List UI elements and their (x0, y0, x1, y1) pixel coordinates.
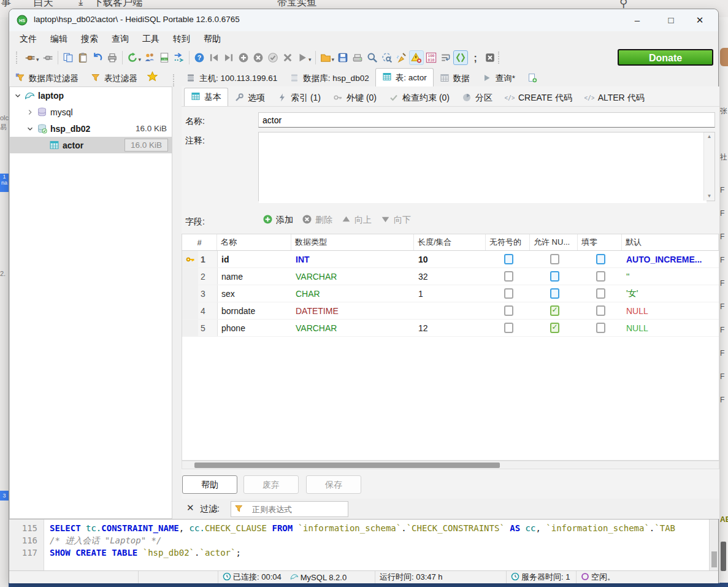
cancel-record-icon[interactable] (251, 50, 266, 65)
allow-null-checkbox[interactable] (550, 271, 559, 282)
tree-item-table-actor[interactable]: actor16.0 KiB (10, 137, 172, 153)
zerofill-checkbox[interactable] (596, 305, 605, 316)
post-record-icon[interactable] (266, 50, 280, 65)
command-line-icon[interactable] (172, 50, 186, 65)
sql-line[interactable]: SELECT tc.CONSTRAINT_NAME, cc.CHECK_CLAU… (50, 523, 675, 535)
print-icon[interactable] (105, 50, 120, 65)
sql-line[interactable]: SHOW CREATE TABLE `hsp_db02`.`actor`; (50, 548, 241, 560)
close-button[interactable]: ✕ (686, 12, 713, 29)
execute-query-icon[interactable] (295, 50, 310, 65)
editor-tab-foreign-keys[interactable]: 外键 (0) (327, 90, 383, 106)
reformat-sql-icon[interactable] (453, 50, 468, 65)
move-down-button[interactable]: 向下 (380, 214, 411, 226)
last-record-icon[interactable] (221, 50, 236, 65)
field-row-name[interactable]: 2nameVARCHAR32'' (182, 268, 719, 285)
main-tab-new-query-tab[interactable] (521, 71, 543, 86)
editor-tab-alter-code[interactable]: </>ALTER 代码 (578, 90, 651, 106)
tree-item-db-mysql[interactable]: mysql (10, 104, 172, 120)
column-header-4[interactable]: 无符号的 (486, 234, 530, 250)
editor-tab-indexes[interactable]: 索引 (1) (271, 90, 327, 106)
vertical-scrollbar[interactable] (709, 520, 718, 571)
editor-tab-create-code[interactable]: </>CREATE 代码 (499, 90, 578, 106)
undo-icon[interactable] (90, 50, 105, 65)
paste-icon[interactable] (75, 50, 90, 65)
first-record-icon[interactable] (207, 50, 221, 65)
scroll-down-icon[interactable]: ▼ (704, 192, 715, 201)
delimiter-icon[interactable]: ; (468, 50, 483, 65)
main-tab-database[interactable]: 数据库: hsp_db02 (283, 71, 375, 86)
horizontal-scrollbar[interactable] (182, 461, 719, 469)
chevron-down-icon[interactable] (26, 125, 34, 133)
zerofill-checkbox[interactable] (596, 288, 605, 299)
add-field-button[interactable]: 添加 (262, 214, 293, 226)
user-manager-icon[interactable] (142, 50, 157, 65)
warnings-icon[interactable] (409, 50, 424, 65)
find-again-icon[interactable] (380, 50, 394, 65)
zerofill-checkbox[interactable] (596, 254, 605, 264)
zerofill-checkbox[interactable] (596, 271, 605, 282)
refresh-icon[interactable] (125, 50, 140, 65)
disconnect-icon[interactable] (40, 50, 55, 65)
unsigned-checkbox[interactable] (504, 271, 513, 282)
discard-button[interactable]: 废弃 (243, 475, 299, 494)
column-header-6[interactable]: 填零 (578, 234, 622, 250)
comment-textarea[interactable] (259, 132, 707, 203)
filter-input[interactable] (231, 501, 348, 517)
unsigned-checkbox[interactable] (504, 323, 513, 333)
main-tab-host[interactable]: 主机: 100.113.199.61 (180, 71, 283, 86)
menu-search[interactable]: 搜索 (74, 32, 105, 47)
scrollbar-thumb[interactable] (194, 462, 500, 468)
scrollbar-thumb[interactable] (711, 551, 717, 567)
table-name-input[interactable] (258, 112, 715, 128)
donate-button[interactable]: Donate (618, 49, 713, 66)
open-file-icon[interactable] (318, 50, 333, 65)
sql-line[interactable]: /* 进入会话 "Laptop" */ (50, 535, 161, 548)
main-tab-query[interactable]: 查询* (476, 71, 521, 86)
field-row-id[interactable]: 1idINT10AUTO_INCREME... (182, 251, 719, 268)
field-row-borndate[interactable]: 4borndateDATETIMENULL (182, 302, 719, 320)
editor-tab-check-constraints[interactable]: 检查约束 (0) (383, 90, 456, 106)
binary-view-icon[interactable]: 100010 (424, 50, 439, 65)
insert-record-icon[interactable] (236, 50, 251, 65)
menu-goto[interactable]: 转到 (166, 32, 197, 47)
allow-null-checkbox[interactable] (550, 305, 559, 316)
wrap-lines-icon[interactable] (439, 50, 453, 65)
help-icon[interactable]: ? (192, 50, 207, 65)
connect-icon[interactable] (23, 50, 37, 65)
close-tab-icon[interactable] (483, 50, 497, 65)
export-grid-icon[interactable]: CSV (157, 50, 172, 65)
column-header-0[interactable]: # (182, 234, 217, 250)
save-file-icon[interactable] (335, 50, 350, 65)
maximize-button[interactable]: □ (657, 12, 684, 29)
column-header-1[interactable]: 名称 (217, 234, 291, 250)
help-button[interactable]: 帮助 (182, 475, 237, 494)
column-header-5[interactable]: 允许 NU... (530, 234, 578, 250)
title-bar[interactable]: HS laptop\hsp_db02\actor\ - HeidiSQL Por… (9, 9, 718, 31)
editor-tab-options[interactable]: 选项 (228, 90, 271, 106)
main-tab-table[interactable]: 表: actor (375, 68, 434, 86)
scroll-up-icon[interactable]: ▲ (704, 132, 715, 141)
chevron-right-icon[interactable] (26, 108, 34, 117)
tree-item-server-laptop[interactable]: laptop (10, 87, 172, 104)
clean-icon[interactable] (394, 50, 409, 65)
editor-tab-basic[interactable]: 基本 (184, 88, 228, 106)
move-up-button[interactable]: 向上 (341, 214, 372, 226)
menu-help[interactable]: 帮助 (197, 32, 228, 47)
table-filter-button[interactable]: 表过滤器 (85, 71, 144, 86)
column-header-3[interactable]: 长度/集合 (414, 234, 486, 250)
menu-tools[interactable]: 工具 (136, 32, 166, 47)
allow-null-checkbox[interactable] (550, 288, 559, 299)
unsigned-checkbox[interactable] (504, 305, 513, 316)
field-row-phone[interactable]: 5phoneVARCHAR12NULL (182, 320, 719, 337)
comment-scrollbar[interactable]: ▲ ▼ (703, 132, 715, 201)
chevron-down-icon[interactable] (13, 91, 22, 100)
filter-close-button[interactable]: ✕ (186, 502, 194, 513)
column-header-7[interactable]: 默认 (622, 234, 719, 250)
unsigned-checkbox[interactable] (504, 254, 513, 264)
remove-field-button[interactable]: 删除 (302, 214, 332, 226)
allow-null-checkbox[interactable] (550, 254, 559, 264)
favorites-star-icon[interactable] (147, 71, 158, 84)
main-tab-data[interactable]: 数据 (434, 71, 476, 86)
export-sql-icon[interactable] (350, 50, 365, 65)
unsigned-checkbox[interactable] (504, 288, 513, 299)
